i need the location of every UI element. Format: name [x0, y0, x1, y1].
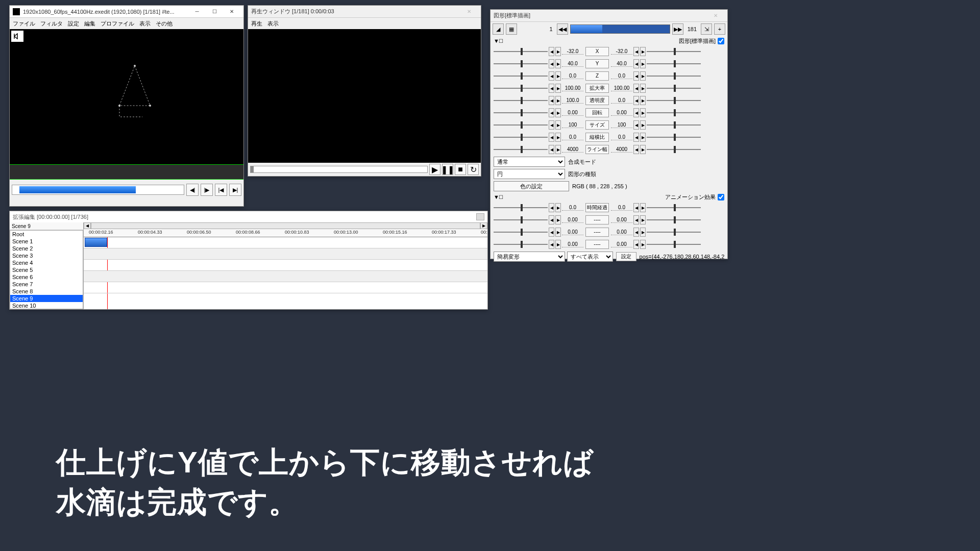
- param-value-right[interactable]: 0.0: [611, 205, 632, 211]
- step-down-button[interactable]: ◀: [633, 203, 639, 212]
- step-down-button[interactable]: ◀: [549, 47, 554, 56]
- step-up-button[interactable]: ▶: [555, 71, 561, 81]
- param-value-right[interactable]: -32.0: [611, 48, 632, 55]
- param-slider-left[interactable]: [494, 109, 548, 117]
- step-up-button[interactable]: ▶: [640, 133, 646, 142]
- step-down-button[interactable]: ◀: [549, 59, 554, 68]
- anim-type-select[interactable]: 簡易変形: [494, 252, 565, 262]
- menu-filter[interactable]: フィルタ: [40, 20, 63, 28]
- step-up-button[interactable]: ▶: [555, 84, 561, 93]
- section-shape-header[interactable]: ▼ ☐ 図形[標準描画]: [491, 36, 727, 45]
- menu-edit[interactable]: 編集: [84, 20, 95, 28]
- section-anim-header[interactable]: ▼ ☐ アニメーション効果: [491, 192, 727, 202]
- step-up-button[interactable]: ▶: [555, 203, 561, 212]
- shape-type-select[interactable]: 円: [494, 169, 565, 179]
- param-slider-right[interactable]: [647, 133, 701, 141]
- param-slider-left[interactable]: [494, 47, 548, 56]
- timeline-hscroll[interactable]: ◀ ▶: [84, 222, 487, 229]
- param-value-right[interactable]: 4000: [611, 146, 632, 153]
- param-label[interactable]: 透明度: [585, 96, 609, 105]
- hscroll-right-icon[interactable]: ▶: [480, 222, 487, 229]
- param-label[interactable]: サイズ: [585, 120, 609, 130]
- param-label[interactable]: ライン幅: [585, 145, 609, 154]
- section-anim-checkbox[interactable]: [718, 194, 724, 201]
- step-down-button[interactable]: ◀: [633, 96, 639, 105]
- timeline-tracks[interactable]: [84, 237, 487, 309]
- step-up-button[interactable]: ▶: [640, 145, 646, 154]
- add-button[interactable]: +: [714, 23, 725, 35]
- param-slider-right[interactable]: [647, 84, 701, 92]
- props-titlebar[interactable]: 図形[標準描画] ✕: [491, 10, 727, 22]
- seek-slider[interactable]: [12, 185, 184, 195]
- param-value-right[interactable]: 100: [611, 122, 632, 128]
- step-down-button[interactable]: ◀: [549, 84, 554, 93]
- param-label[interactable]: 拡大率: [585, 84, 609, 93]
- param-slider-right[interactable]: [647, 47, 701, 56]
- param-value-right[interactable]: 40.0: [611, 61, 632, 67]
- scene-item[interactable]: Root: [10, 231, 83, 238]
- param-value-left[interactable]: 0.0: [562, 205, 583, 211]
- param-value-left[interactable]: 0.00: [562, 241, 583, 247]
- param-value-left[interactable]: 0.00: [562, 217, 583, 223]
- param-value-left[interactable]: 100.00: [562, 85, 583, 91]
- blend-mode-select[interactable]: 通常: [494, 157, 565, 167]
- frame-next-button[interactable]: ▶▶: [672, 23, 683, 35]
- param-value-right[interactable]: 100.00: [611, 85, 632, 91]
- scene-item[interactable]: Scene 2: [10, 245, 83, 252]
- timeline-ruler[interactable]: 00:00:02.1600:00:04.3300:00:06.5000:00:0…: [84, 229, 487, 237]
- param-value-left[interactable]: 4000: [562, 146, 583, 153]
- timeline-title[interactable]: 拡張編集 [00:00:00.00] [1/736]: [10, 211, 487, 222]
- scene-item[interactable]: Scene 9: [10, 295, 83, 302]
- step-down-button[interactable]: ◀: [549, 203, 554, 212]
- scene-item[interactable]: Scene 5: [10, 266, 83, 273]
- param-slider-right[interactable]: [647, 109, 701, 117]
- param-value-left[interactable]: 40.0: [562, 61, 583, 67]
- step-up-button[interactable]: ▶: [640, 228, 646, 237]
- scene-item[interactable]: Scene 7: [10, 281, 83, 288]
- step-down-button[interactable]: ◀: [633, 59, 639, 68]
- param-value-left[interactable]: 0.00: [562, 110, 583, 116]
- playback-area[interactable]: [248, 29, 481, 163]
- param-slider-right[interactable]: [647, 204, 701, 212]
- frame-prev-button[interactable]: ◀◀: [557, 23, 568, 35]
- step-down-button[interactable]: ◀: [549, 108, 554, 117]
- param-value-left[interactable]: 0.00: [562, 229, 583, 235]
- section-shape-checkbox[interactable]: [718, 38, 724, 44]
- param-slider-left[interactable]: [494, 240, 548, 248]
- scene-item[interactable]: Scene 6: [10, 273, 83, 281]
- step-down-button[interactable]: ◀: [549, 145, 554, 154]
- step-down-button[interactable]: ◀: [633, 84, 639, 93]
- param-label[interactable]: ----: [585, 240, 609, 249]
- step-down-button[interactable]: ◀: [633, 240, 639, 249]
- step-down-button[interactable]: ◀: [633, 120, 639, 130]
- param-slider-left[interactable]: [494, 216, 548, 224]
- param-label[interactable]: 縦横比: [585, 133, 609, 142]
- param-slider-left[interactable]: [494, 204, 548, 212]
- layer-fwd-button[interactable]: ▦: [506, 23, 517, 35]
- param-value-right[interactable]: 0.00: [611, 217, 632, 223]
- param-slider-right[interactable]: [647, 96, 701, 105]
- hscroll-left-icon[interactable]: ◀: [84, 222, 91, 229]
- step-up-button[interactable]: ▶: [555, 145, 561, 154]
- step-down-button[interactable]: ◀: [549, 96, 554, 105]
- goto-end-button[interactable]: ▶|: [229, 184, 241, 196]
- step-up-button[interactable]: ▶: [640, 71, 646, 81]
- param-label[interactable]: Y: [585, 59, 609, 68]
- param-slider-left[interactable]: [494, 72, 548, 80]
- clip[interactable]: [85, 238, 107, 247]
- param-value-right[interactable]: 0.0: [611, 97, 632, 104]
- param-slider-left[interactable]: [494, 96, 548, 105]
- scene-item[interactable]: Scene 1: [10, 238, 83, 245]
- menu-settings[interactable]: 設定: [68, 20, 79, 28]
- play-seek-slider[interactable]: [250, 166, 428, 173]
- main-titlebar[interactable]: 1920x1080_60fps_44100Hz.exedit (1920,108…: [10, 6, 243, 18]
- param-label[interactable]: Z: [585, 71, 609, 81]
- anim-filter-select[interactable]: すべて表示: [567, 252, 613, 262]
- param-slider-left[interactable]: [494, 121, 548, 129]
- goto-start-button[interactable]: |◀: [215, 184, 227, 196]
- step-up-button[interactable]: ▶: [555, 228, 561, 237]
- layer-back-button[interactable]: ◢: [493, 23, 504, 35]
- param-label[interactable]: 回転: [585, 108, 609, 117]
- param-value-left[interactable]: 100.0: [562, 97, 583, 104]
- param-value-right[interactable]: 0.0: [611, 134, 632, 140]
